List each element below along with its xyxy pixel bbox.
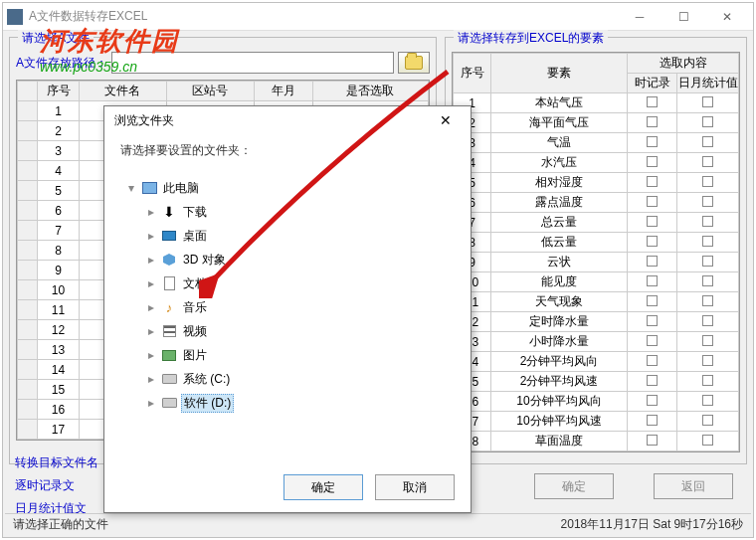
ok-button[interactable]: 确定 (534, 473, 614, 499)
tree-label: 桌面 (181, 228, 209, 245)
tree-label: 系统 (C:) (181, 371, 232, 388)
doc-icon (161, 275, 177, 291)
tree-label: 软件 (D:) (181, 394, 234, 413)
dialog-title: 浏览文件夹 (114, 112, 431, 129)
tree-node[interactable]: ▸⬇下载 (121, 200, 454, 224)
pic-icon (161, 347, 177, 363)
video-icon (161, 323, 177, 339)
dl-icon: ⬇ (161, 204, 177, 220)
folder-tree[interactable]: ▾此电脑▸⬇下载▸桌面▸3D 对象▸文档▸♪音乐▸视频▸图片▸系统 (C:)▸软… (120, 175, 455, 444)
path-label: A文件存放路径： (16, 55, 107, 72)
drive-icon (161, 371, 177, 387)
3d-icon (161, 252, 177, 268)
browse-button[interactable] (398, 52, 430, 74)
status-right: 2018年11月17日 Sat 9时17分16秒 (561, 516, 743, 533)
tree-node[interactable]: ▸视频 (121, 319, 454, 343)
maximize-button[interactable]: ☐ (662, 5, 705, 29)
left-group-label: 请选择A文件 (18, 30, 94, 47)
link-target-filename[interactable]: 转换目标文件名 (15, 454, 98, 471)
drive-icon (161, 395, 177, 411)
tree-label: 此电脑 (161, 180, 201, 197)
app-icon (7, 9, 23, 25)
tree-label: 3D 对象 (181, 252, 228, 269)
close-button[interactable]: ✕ (705, 5, 749, 29)
side-links: 转换目标文件名 逐时记录文 日月统计值文 (15, 454, 98, 517)
dialog-cancel-button[interactable]: 取消 (375, 474, 455, 500)
tree-label: 文档 (181, 275, 209, 292)
path-input[interactable] (111, 52, 394, 74)
tree-label: 视频 (181, 323, 209, 340)
tree-node[interactable]: ▸桌面 (121, 224, 454, 248)
music-icon: ♪ (161, 299, 177, 315)
tree-node[interactable]: ▸3D 对象 (121, 248, 454, 271)
status-left: 请选择正确的文件 (13, 516, 561, 533)
tree-node[interactable]: ▸♪音乐 (121, 295, 454, 319)
dialog-close-button[interactable]: ✕ (431, 108, 461, 132)
tree-node[interactable]: ▸图片 (121, 343, 454, 367)
dialog-message: 请选择要设置的文件夹： (104, 134, 471, 171)
status-bar: 请选择正确的文件 2018年11月17日 Sat 9时17分16秒 (5, 513, 751, 535)
titlebar: A文件数据转存EXCEL ─ ☐ ✕ (3, 3, 753, 31)
tree-node[interactable]: ▾此电脑 (121, 176, 454, 200)
right-group-label: 请选择转存到EXCEL的要素 (454, 30, 608, 47)
desk-icon (161, 228, 177, 244)
tree-node[interactable]: ▸文档 (121, 271, 454, 295)
element-grid[interactable]: 序号要素选取内容时记录日月统计值1本站气压2海平面气压3气温4水汽压5相对湿度6… (452, 52, 740, 452)
browse-folder-dialog: 浏览文件夹 ✕ 请选择要设置的文件夹： ▾此电脑▸⬇下载▸桌面▸3D 对象▸文档… (103, 105, 472, 513)
minimize-button[interactable]: ─ (618, 5, 662, 29)
link-hourly[interactable]: 逐时记录文 (15, 477, 98, 494)
tree-label: 图片 (181, 347, 209, 364)
back-button[interactable]: 返回 (654, 473, 733, 499)
tree-label: 下载 (181, 204, 209, 221)
folder-icon (405, 56, 423, 70)
tree-node[interactable]: ▸系统 (C:) (121, 367, 454, 391)
window-title: A文件数据转存EXCEL (29, 8, 618, 25)
right-groupbox: 请选择转存到EXCEL的要素 序号要素选取内容时记录日月统计值1本站气压2海平面… (445, 37, 747, 464)
tree-label: 音乐 (181, 299, 209, 316)
tree-node[interactable]: ▸软件 (D:) (121, 391, 454, 415)
dialog-ok-button[interactable]: 确定 (284, 474, 363, 500)
pc-icon (141, 180, 157, 196)
